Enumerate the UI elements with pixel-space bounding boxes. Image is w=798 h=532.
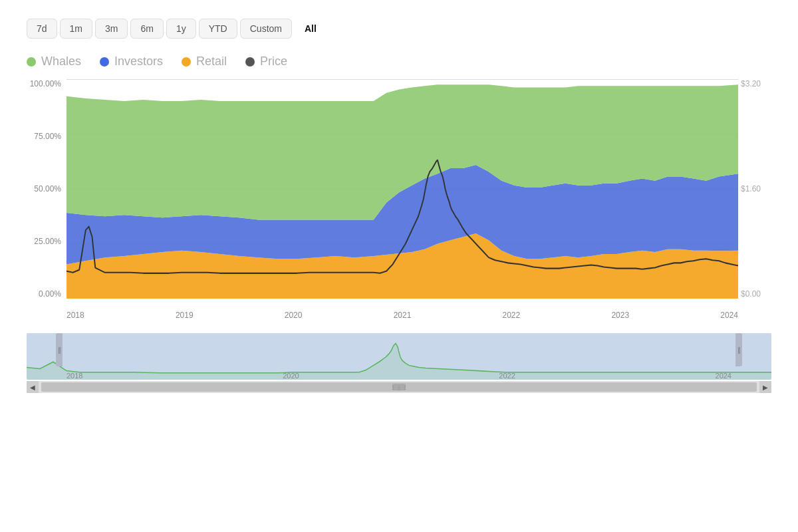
time-btn-3m[interactable]: 3m <box>95 19 128 39</box>
y-label-left: 100.00% <box>27 79 66 88</box>
y-label-right: $3.20 <box>738 79 771 88</box>
navigator-handle-left[interactable]: ‖ <box>56 333 63 366</box>
nav-x-label: 2022 <box>499 372 515 380</box>
time-btn-1y[interactable]: 1y <box>166 19 196 39</box>
time-btn-all[interactable]: All <box>295 19 327 39</box>
y-axis-left: 100.00%75.00%50.00%25.00%0.00% <box>27 79 66 299</box>
time-btn-6m[interactable]: 6m <box>130 19 163 39</box>
y-label-left: 75.00% <box>27 132 66 141</box>
y-label-left: 50.00% <box>27 184 66 194</box>
handle-left-icon: ‖ <box>58 346 61 354</box>
legend-dot-whales <box>27 57 36 66</box>
navigator-handle-right[interactable]: ‖ <box>735 333 742 366</box>
scrollbar-track: ◀ ⋮⋮⋮ ▶ <box>27 381 771 393</box>
navigator: ‖ ‖ 2018202020222024 ◀ ⋮⋮⋮ ▶ <box>27 333 771 393</box>
x-label: 2023 <box>611 311 629 320</box>
time-btn-1m[interactable]: 1m <box>60 19 92 39</box>
scrollbar-thumb-grip: ⋮⋮⋮ <box>392 384 406 390</box>
y-label-left: 25.00% <box>27 237 66 246</box>
x-label: 2019 <box>176 311 194 320</box>
legend: Whales Investors Retail Price <box>0 49 798 79</box>
nav-x-label: 2018 <box>66 372 82 380</box>
x-label: 2024 <box>720 311 738 320</box>
x-label: 2020 <box>285 311 303 320</box>
x-label: 2018 <box>66 311 84 320</box>
legend-dot-retail <box>182 57 191 66</box>
main-chart: 100.00%75.00%50.00%25.00%0.00% $3.20$1.6… <box>27 79 771 325</box>
y-label-right: $1.60 <box>738 184 771 194</box>
y-axis-right: $3.20$1.60$0.00 <box>738 79 771 299</box>
navigator-x-labels: 2018202020222024 <box>66 368 732 380</box>
handle-right-icon: ‖ <box>737 346 741 354</box>
scrollbar-thumb[interactable]: ⋮⋮⋮ <box>41 382 757 392</box>
legend-label-retail: Retail <box>196 55 227 68</box>
nav-x-label: 2020 <box>283 372 299 380</box>
legend-label-price: Price <box>260 55 287 68</box>
x-label: 2021 <box>394 311 412 320</box>
x-axis: 2018201920202021202220232024 <box>66 305 738 325</box>
legend-item-whales[interactable]: Whales <box>27 55 81 68</box>
legend-label-whales: Whales <box>41 55 81 68</box>
chart-area <box>66 79 738 299</box>
x-label: 2022 <box>503 311 521 320</box>
scrollbar-right-btn[interactable]: ▶ <box>759 381 771 393</box>
legend-item-investors[interactable]: Investors <box>100 55 163 68</box>
nav-x-label: 2024 <box>716 372 732 380</box>
time-btn-ytd[interactable]: YTD <box>199 19 237 39</box>
legend-label-investors: Investors <box>114 55 163 68</box>
legend-dot-price <box>245 57 255 66</box>
y-label-right: $0.00 <box>738 289 771 299</box>
legend-item-price[interactable]: Price <box>245 55 287 68</box>
time-btn-custom[interactable]: Custom <box>240 19 292 39</box>
y-label-left: 0.00% <box>27 289 66 299</box>
legend-item-retail[interactable]: Retail <box>182 55 227 68</box>
time-btn-7d[interactable]: 7d <box>27 19 57 39</box>
time-controls: 7d1m3m6m1yYTDCustomAll <box>0 0 798 49</box>
scrollbar-left-btn[interactable]: ◀ <box>27 381 39 393</box>
legend-dot-investors <box>100 57 109 66</box>
